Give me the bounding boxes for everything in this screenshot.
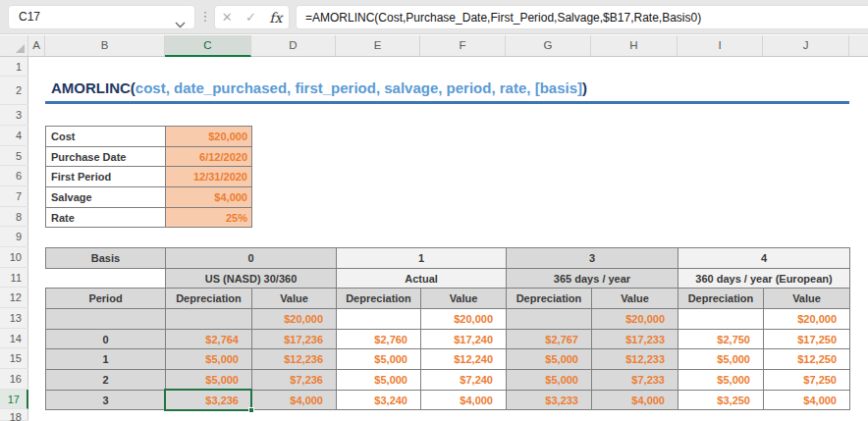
- cell-value[interactable]: $7,236: [252, 370, 337, 391]
- cell-param-label[interactable]: Salvage: [46, 187, 166, 208]
- row-header-2[interactable]: 2: [0, 77, 28, 105]
- cell-param-value[interactable]: 12/31/2020: [166, 167, 252, 187]
- cell-basis-0[interactable]: 0: [166, 248, 337, 269]
- row-header-4[interactable]: 4: [0, 126, 28, 146]
- column-header-partial[interactable]: [849, 35, 868, 56]
- row-header-11[interactable]: 11: [0, 268, 28, 288]
- cell-dep[interactable]: $2,750: [678, 330, 764, 349]
- column-header-b[interactable]: B: [45, 35, 165, 56]
- insert-function-icon[interactable]: fx: [269, 10, 282, 26]
- cell-daycount-4[interactable]: 360 days / year (European): [678, 269, 850, 289]
- cell-val-label-1[interactable]: Value: [421, 289, 507, 309]
- row-header-7[interactable]: 7: [0, 186, 28, 207]
- cell-value[interactable]: $20,000: [421, 309, 507, 330]
- active-cell-selection[interactable]: [164, 389, 252, 411]
- cell-val-label-0[interactable]: Value: [252, 289, 337, 309]
- row-header-13[interactable]: 13: [0, 308, 28, 329]
- cell-daycount-1[interactable]: Actual: [337, 269, 507, 289]
- cell-value[interactable]: $4,000: [421, 391, 507, 410]
- cell-daycount-0[interactable]: US (NASD) 30/360: [166, 269, 337, 289]
- cell-dep-label-3[interactable]: Depreciation: [507, 289, 592, 309]
- row-header-18[interactable]: 18: [0, 409, 28, 421]
- column-header-f[interactable]: F: [420, 35, 506, 56]
- cell-value[interactable]: $20,000: [764, 309, 850, 330]
- select-all-corner[interactable]: [0, 35, 28, 56]
- cell-dep[interactable]: $5,000: [166, 349, 252, 370]
- cell-dep[interactable]: $2,760: [337, 330, 421, 349]
- column-header-h[interactable]: H: [591, 35, 678, 56]
- cell-empty[interactable]: [46, 269, 166, 289]
- cell-dep[interactable]: $2,767: [507, 330, 592, 349]
- cell-val-label-4[interactable]: Value: [764, 289, 850, 309]
- cell-basis-3[interactable]: 3: [507, 248, 678, 269]
- column-header-j[interactable]: J: [763, 35, 849, 56]
- cell-dep[interactable]: [678, 309, 764, 330]
- cell-dep[interactable]: $5,000: [337, 370, 421, 391]
- row-header-3[interactable]: 3: [0, 105, 28, 126]
- cell-value[interactable]: $17,240: [421, 330, 507, 349]
- cell-value[interactable]: $12,233: [592, 349, 678, 370]
- cell-dep[interactable]: $5,000: [337, 349, 421, 370]
- column-header-d[interactable]: D: [251, 35, 336, 56]
- cell-dep[interactable]: $3,250: [678, 391, 764, 410]
- cell-basis-label[interactable]: Basis: [46, 248, 166, 269]
- cell-dep-label-4[interactable]: Depreciation: [678, 289, 764, 309]
- cell-value[interactable]: $12,250: [764, 349, 850, 370]
- cancel-icon[interactable]: ✕: [222, 10, 233, 25]
- cell-daycount-3[interactable]: 365 days / year: [507, 269, 678, 289]
- cell-dep[interactable]: $2,764: [166, 330, 252, 349]
- cell-period[interactable]: 1: [46, 349, 166, 370]
- row-header-10[interactable]: 10: [0, 247, 28, 268]
- cell-param-label[interactable]: Rate: [46, 208, 166, 228]
- cell-value[interactable]: $17,233: [592, 330, 678, 349]
- cell-dep[interactable]: [166, 309, 252, 330]
- cell-value[interactable]: $20,000: [252, 309, 337, 330]
- name-box[interactable]: C17: [8, 5, 195, 29]
- cell-param-value[interactable]: $20,000: [166, 127, 252, 147]
- column-header-a[interactable]: A: [28, 35, 45, 56]
- cell-value[interactable]: $17,236: [252, 330, 337, 349]
- cell-value[interactable]: $4,000: [592, 391, 678, 410]
- enter-icon[interactable]: ✓: [245, 10, 256, 25]
- column-header-i[interactable]: I: [678, 35, 763, 56]
- column-header-g[interactable]: G: [506, 35, 591, 56]
- cell-dep[interactable]: $3,240: [337, 391, 421, 410]
- cell-param-value[interactable]: $4,000: [166, 187, 252, 208]
- cell-value[interactable]: $17,250: [764, 330, 850, 349]
- formula-input[interactable]: =AMORLINC(Cost,Purchase_Date,First_Perio…: [296, 5, 868, 29]
- cell-dep[interactable]: $5,000: [507, 349, 592, 370]
- cell-dep[interactable]: [507, 309, 592, 330]
- fill-handle[interactable]: [248, 407, 254, 413]
- cell-value[interactable]: $20,000: [592, 309, 678, 330]
- formula-bar-grip-icon[interactable]: ⋮: [198, 8, 212, 26]
- cell-value[interactable]: $7,250: [764, 370, 850, 391]
- cell-value[interactable]: $12,240: [421, 349, 507, 370]
- cell-period[interactable]: 3: [46, 391, 166, 410]
- chevron-down-icon[interactable]: [175, 15, 186, 32]
- cell-period[interactable]: [46, 309, 166, 330]
- cell-period[interactable]: 2: [46, 370, 166, 391]
- cell-period[interactable]: 0: [46, 330, 166, 349]
- row-header-6[interactable]: 6: [0, 166, 28, 186]
- cell-dep[interactable]: $5,000: [678, 349, 764, 370]
- row-header-16[interactable]: 16: [0, 369, 28, 390]
- column-header-c-selected[interactable]: C: [165, 35, 251, 57]
- row-header-1[interactable]: 1: [0, 57, 28, 77]
- cell-basis-1[interactable]: 1: [337, 248, 507, 269]
- row-header-8[interactable]: 8: [0, 207, 28, 227]
- cell-dep[interactable]: $5,000: [507, 370, 592, 391]
- cell-param-label[interactable]: Cost: [46, 127, 166, 147]
- cell-value[interactable]: $12,236: [252, 349, 337, 370]
- cell-period-label[interactable]: Period: [46, 289, 166, 309]
- column-header-e[interactable]: E: [336, 35, 420, 56]
- cell-dep[interactable]: $3,233: [507, 391, 592, 410]
- cell-dep[interactable]: $5,000: [166, 370, 252, 391]
- cell-value[interactable]: $7,240: [421, 370, 507, 391]
- cell-value[interactable]: $4,000: [252, 391, 337, 410]
- row-header-5[interactable]: 5: [0, 146, 28, 166]
- cell-basis-4[interactable]: 4: [678, 248, 850, 269]
- cell-dep[interactable]: $5,000: [678, 370, 764, 391]
- cell-dep-label-0[interactable]: Depreciation: [166, 289, 252, 309]
- row-header-15[interactable]: 15: [0, 348, 28, 369]
- cell-param-label[interactable]: Purchase Date: [46, 147, 166, 167]
